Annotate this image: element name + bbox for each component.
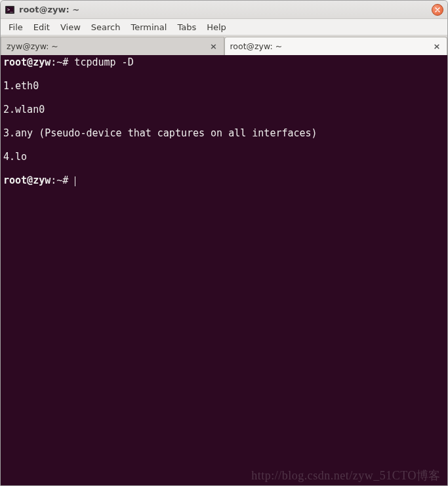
cursor xyxy=(75,176,75,186)
tab-close-icon[interactable]: × xyxy=(432,42,441,51)
window-title: root@zyw: ~ xyxy=(19,5,432,14)
output-line: 1.eth0 xyxy=(3,80,445,92)
tabbar: zyw@zyw: ~ × root@zyw: ~ × xyxy=(1,35,447,55)
window-close-button[interactable] xyxy=(432,4,443,16)
prompt-path: :~# xyxy=(51,56,68,68)
terminal-window: >_ root@zyw: ~ File Edit View Search Ter… xyxy=(0,0,448,486)
tab-root[interactable]: root@zyw: ~ × xyxy=(224,37,448,55)
prompt-user: root@zyw xyxy=(3,174,51,186)
menu-search[interactable]: Search xyxy=(86,20,126,34)
menu-file[interactable]: File xyxy=(3,20,28,34)
app-icon: >_ xyxy=(5,5,15,15)
terminal-area[interactable]: root@zyw:~# tcpdump -D 1.eth0 2.wlan0 3.… xyxy=(1,55,447,485)
command-text xyxy=(68,174,74,186)
menubar: File Edit View Search Terminal Tabs Help xyxy=(1,19,447,35)
prompt-path: :~# xyxy=(51,174,68,186)
tab-label: root@zyw: ~ xyxy=(230,41,433,51)
titlebar[interactable]: >_ root@zyw: ~ xyxy=(1,1,447,19)
svg-text:>_: >_ xyxy=(7,7,13,12)
menu-edit[interactable]: Edit xyxy=(28,20,55,34)
tab-zyw[interactable]: zyw@zyw: ~ × xyxy=(1,37,224,55)
menu-view[interactable]: View xyxy=(55,20,86,34)
watermark: http://blog.csdn.net/zyw_51CTO博客 xyxy=(251,470,441,481)
tab-label: zyw@zyw: ~ xyxy=(7,41,209,51)
menu-tabs[interactable]: Tabs xyxy=(172,20,201,34)
command-text: tcpdump -D xyxy=(68,56,133,68)
menu-terminal[interactable]: Terminal xyxy=(125,20,172,34)
output-line: 3.any (Pseudo-device that captures on al… xyxy=(3,127,445,139)
output-line: 2.wlan0 xyxy=(3,104,445,115)
menu-help[interactable]: Help xyxy=(201,20,232,34)
tab-close-icon[interactable]: × xyxy=(209,42,218,51)
output-line: 4.lo xyxy=(3,151,445,163)
prompt-user: root@zyw xyxy=(3,56,51,68)
